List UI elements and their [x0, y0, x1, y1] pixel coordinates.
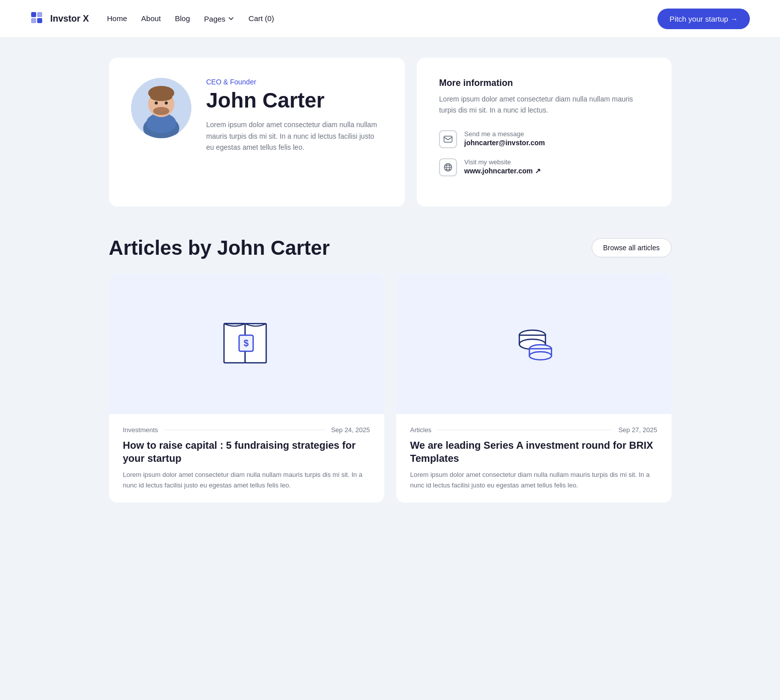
svg-point-12	[165, 102, 168, 105]
more-info-title: More information	[439, 78, 649, 88]
nav-cart[interactable]: Cart (0)	[249, 14, 274, 23]
logo-icon	[30, 11, 45, 26]
profile-role: CEO & Founder	[206, 78, 383, 86]
browse-all-button[interactable]: Browse all articles	[592, 238, 672, 257]
profile-info: CEO & Founder John Carter Lorem ipsum do…	[206, 78, 383, 153]
article-body-1: Investments Sep 24, 2025 How to raise ca…	[109, 414, 384, 503]
nav-blog[interactable]: Blog	[175, 14, 190, 23]
article-divider-2	[437, 430, 612, 430]
website-value[interactable]: www.johncarter.com ↗	[464, 167, 540, 175]
email-icon	[439, 130, 457, 148]
article-title-2[interactable]: We are leading Series A investment round…	[410, 439, 657, 465]
logo[interactable]: Invstor X	[30, 11, 89, 26]
svg-point-10	[153, 107, 169, 115]
info-card: More information Lorem ipsum dolor amet …	[417, 58, 671, 207]
article-category-2: Articles	[410, 426, 432, 434]
article-title-1[interactable]: How to raise capital : 5 fundraising str…	[123, 439, 370, 465]
more-info-text: Lorem ipsum dolor amet consectetur diam …	[439, 93, 649, 116]
nav-left: Invstor X Home About Blog Pages Cart (0)	[30, 11, 274, 26]
contact-website-item: Visit my website www.johncarter.com ↗	[439, 158, 649, 176]
nav-about[interactable]: About	[141, 14, 161, 23]
email-label: Send me a message	[464, 130, 545, 138]
article-card-2: Articles Sep 27, 2025 We are leading Ser…	[396, 273, 672, 503]
article-meta-1: Investments Sep 24, 2025	[123, 426, 370, 434]
email-value[interactable]: johncarter@invstor.com	[464, 139, 545, 147]
profile-card: CEO & Founder John Carter Lorem ipsum do…	[109, 58, 405, 207]
article-body-2: Articles Sep 27, 2025 We are leading Ser…	[396, 414, 672, 503]
book-icon: $	[219, 321, 274, 366]
logo-text: Invstor X	[50, 14, 89, 24]
avatar-container	[131, 78, 191, 138]
svg-point-9	[150, 93, 172, 101]
svg-point-11	[155, 102, 158, 105]
article-excerpt-2: Lorem ipsum dolor amet consectetur diam …	[410, 470, 657, 491]
nav-pages[interactable]: Pages	[204, 15, 235, 23]
svg-text:$: $	[243, 338, 248, 348]
profile-section: CEO & Founder John Carter Lorem ipsum do…	[109, 58, 672, 207]
database-icon	[506, 321, 562, 366]
navbar: Invstor X Home About Blog Pages Cart (0)…	[0, 0, 780, 38]
article-date-1: Sep 24, 2025	[331, 426, 370, 434]
article-card: $ Investments Sep 24, 2025 How to raise …	[109, 273, 384, 503]
articles-header: Articles by John Carter Browse all artic…	[109, 237, 672, 259]
pitch-startup-button[interactable]: Pitch your startup →	[657, 9, 750, 29]
avatar-image	[131, 78, 191, 138]
articles-grid: $ Investments Sep 24, 2025 How to raise …	[109, 273, 672, 503]
article-excerpt-1: Lorem ipsum dolor amet consectetur diam …	[123, 470, 370, 491]
profile-name: John Carter	[206, 89, 383, 112]
avatar	[131, 78, 191, 138]
svg-rect-13	[444, 136, 452, 142]
page-content: CEO & Founder John Carter Lorem ipsum do…	[99, 38, 682, 523]
svg-rect-0	[31, 12, 36, 17]
article-meta-2: Articles Sep 27, 2025	[410, 426, 657, 434]
svg-rect-1	[37, 12, 42, 17]
svg-rect-2	[31, 18, 36, 23]
profile-bio: Lorem ipsum dolor amet consectetur diam …	[206, 119, 383, 153]
svg-point-29	[529, 352, 551, 360]
article-category-1: Investments	[123, 426, 158, 434]
article-divider-1	[164, 430, 325, 430]
nav-links: Home About Blog Pages Cart (0)	[107, 14, 274, 23]
globe-icon	[439, 158, 457, 176]
svg-rect-3	[37, 18, 42, 23]
website-label: Visit my website	[464, 158, 540, 166]
article-image-1: $	[109, 273, 384, 414]
chevron-down-icon	[228, 15, 235, 22]
article-image-2	[396, 273, 672, 414]
article-date-2: Sep 27, 2025	[618, 426, 657, 434]
contact-email-item: Send me a message johncarter@invstor.com	[439, 130, 649, 148]
nav-home[interactable]: Home	[107, 14, 127, 23]
articles-title: Articles by John Carter	[109, 237, 330, 259]
